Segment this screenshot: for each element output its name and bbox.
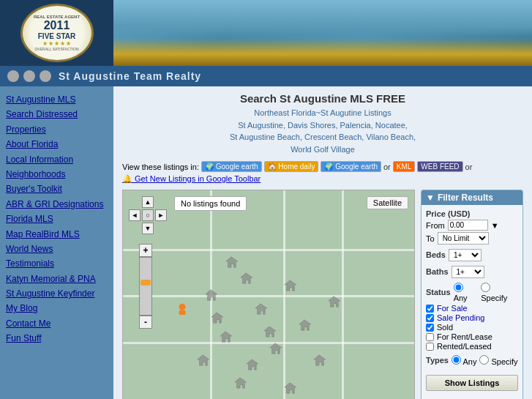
map-nav-up[interactable]: ▲ bbox=[142, 196, 154, 208]
zoom-handle[interactable] bbox=[141, 280, 151, 286]
price-to-select[interactable]: No Limit bbox=[438, 232, 489, 245]
web-feed-icon[interactable]: WEB FEED bbox=[417, 161, 462, 172]
sidebar-item-buyers-toolkit[interactable]: Buyer's Toolkit bbox=[6, 182, 108, 196]
sidebar-item-world-news[interactable]: World News bbox=[6, 242, 108, 256]
road bbox=[123, 249, 414, 251]
content-area: Search St Augustine MLS FREE Northeast F… bbox=[113, 86, 532, 399]
price-from-input[interactable] bbox=[448, 220, 488, 231]
map-pin[interactable] bbox=[196, 354, 209, 367]
no-listings-tooltip: No listings found bbox=[174, 196, 247, 211]
sidebar-item-abr-gri[interactable]: ABR & GRI Designations bbox=[6, 197, 108, 212]
map-pin[interactable] bbox=[245, 358, 258, 371]
types-any-label[interactable]: Any bbox=[452, 355, 476, 366]
status-any-label[interactable]: Any bbox=[454, 283, 479, 302]
google-earth-icon[interactable]: 🌍 Google earth bbox=[201, 161, 262, 172]
status-rented: Rented/Leased bbox=[426, 342, 518, 351]
status-specify-label[interactable]: Specify bbox=[481, 283, 518, 302]
get-new-listings-link[interactable]: 🔔 Get New Listings in Google Toolbar bbox=[122, 174, 261, 184]
map-pin[interactable] bbox=[269, 342, 282, 355]
sidebar-item-map-realbird[interactable]: Map RealBird MLS bbox=[6, 227, 108, 242]
baths-label: Baths bbox=[426, 267, 449, 276]
header-banner bbox=[113, 0, 532, 66]
status-specify-radio[interactable] bbox=[481, 283, 490, 292]
sidebar-item-florida-mls[interactable]: Florida MLS bbox=[6, 212, 108, 226]
or-text-2: or bbox=[465, 163, 473, 171]
map-nav-center[interactable]: ○ bbox=[142, 209, 154, 221]
search-subtitle: Northeast Florida~St Augutine Listings S… bbox=[122, 107, 523, 155]
for-rent-checkbox[interactable] bbox=[426, 333, 434, 341]
map-pin[interactable] bbox=[204, 288, 217, 302]
sidebar-item-search-distressed[interactable]: Search Distressed Properties bbox=[6, 107, 108, 137]
sidebar-item-fun-stuff[interactable]: Fun Stuff bbox=[6, 331, 108, 346]
sale-pending-checkbox[interactable] bbox=[426, 314, 434, 322]
map-pin[interactable] bbox=[312, 354, 326, 367]
to-label: To bbox=[426, 234, 435, 243]
view-bar-label: View these listings in: bbox=[122, 163, 199, 171]
map-pin[interactable] bbox=[210, 311, 223, 324]
map-pin[interactable] bbox=[219, 330, 232, 343]
map-pin[interactable] bbox=[298, 318, 311, 332]
circle-2 bbox=[23, 70, 35, 82]
filter-title: ▼ Filter Results bbox=[422, 190, 522, 205]
map-nav-down[interactable]: ▼ bbox=[142, 223, 154, 234]
zoom-slider[interactable] bbox=[139, 257, 152, 316]
map-pin[interactable] bbox=[239, 272, 252, 285]
sidebar-item-testimonials[interactable]: Testimonials bbox=[6, 256, 108, 271]
status-for-sale: For Sale bbox=[426, 304, 518, 313]
sidebar-item-local-info[interactable]: Local Information bbox=[6, 152, 108, 167]
kml-icon[interactable]: KML bbox=[393, 161, 416, 172]
logo-badge: REAL ESTATE AGENT 2011 FIVE STAR ★★★★★ O… bbox=[20, 4, 94, 62]
show-listings-button[interactable]: Show Listings bbox=[426, 375, 518, 391]
map-person-marker[interactable] bbox=[176, 302, 189, 316]
map-container[interactable]: No listings found Satellite ▲ ▼ ◄ ► ○ bbox=[122, 190, 415, 399]
sold-checkbox[interactable] bbox=[426, 324, 434, 332]
sidebar-item-about-florida[interactable]: About Florida bbox=[6, 137, 108, 152]
price-to-row: To No Limit bbox=[426, 232, 518, 245]
status-any-radio[interactable] bbox=[454, 283, 463, 292]
search-title: Search St Augustine MLS FREE bbox=[122, 92, 523, 105]
types-any-radio[interactable] bbox=[452, 355, 461, 365]
sidebar-item-neighborhoods[interactable]: Neighborhoods bbox=[6, 167, 108, 182]
baths-select[interactable]: 1+2+3+ bbox=[452, 266, 484, 278]
map-pin[interactable] bbox=[327, 295, 340, 308]
types-row: Types Any Specify bbox=[426, 355, 518, 366]
logo-stars: ★★★★★ bbox=[42, 40, 72, 47]
beds-select[interactable]: 1+2+3+4+ bbox=[449, 249, 482, 261]
view-bar: View these listings in: 🌍 Google earth 🏠… bbox=[113, 158, 532, 187]
map-pin[interactable] bbox=[283, 381, 296, 395]
filter-panel: ▼ Filter Results Price (USD) From ▼ To bbox=[421, 190, 523, 399]
svg-point-0 bbox=[179, 303, 185, 310]
types-specify-radio[interactable] bbox=[479, 355, 489, 365]
zoom-in-button[interactable]: + bbox=[139, 244, 152, 257]
sidebar-item-katyn[interactable]: Katyn Memorial & PNA bbox=[6, 272, 108, 286]
google-earth-2-icon[interactable]: 🌍 Google earth bbox=[321, 161, 381, 172]
map-nav-right[interactable]: ► bbox=[155, 209, 167, 221]
for-sale-label: For Sale bbox=[437, 304, 468, 313]
sidebar-item-st-augustine-mls[interactable]: St Augustine MLS bbox=[6, 92, 108, 107]
beds-section: Beds 1+2+3+4+ bbox=[426, 249, 518, 261]
zoom-out-button[interactable]: - bbox=[139, 316, 152, 329]
sidebar-item-my-blog[interactable]: My Blog bbox=[6, 301, 108, 316]
types-specify-label[interactable]: Specify bbox=[479, 355, 517, 366]
sidebar-item-keyfinder[interactable]: St Augustine Keyfinder bbox=[6, 286, 108, 301]
rented-label: Rented/Leased bbox=[437, 342, 492, 351]
map-pin[interactable] bbox=[283, 279, 296, 292]
from-dropdown-icon[interactable]: ▼ bbox=[491, 221, 499, 230]
sidebar-item-contact[interactable]: Contact Me bbox=[6, 316, 108, 331]
map-navigation: ▲ ▼ ◄ ► ○ + - bbox=[129, 196, 167, 234]
map-pin[interactable] bbox=[254, 302, 267, 316]
svg-rect-1 bbox=[179, 310, 185, 314]
map-pin[interactable] bbox=[225, 256, 238, 269]
rented-checkbox[interactable] bbox=[426, 343, 434, 351]
map-pin[interactable] bbox=[263, 325, 276, 338]
map-nav-cross: ▲ ▼ ◄ ► ○ bbox=[129, 196, 167, 234]
map-pin[interactable] bbox=[233, 376, 247, 389]
home-daily-icon[interactable]: 🏠 Home daily bbox=[264, 161, 319, 172]
main-content: St Augustine MLS Search Distressed Prope… bbox=[0, 86, 532, 399]
logo-year: 2011 bbox=[44, 19, 70, 32]
circle-3 bbox=[40, 70, 51, 82]
map-nav-left[interactable]: ◄ bbox=[129, 209, 141, 221]
satellite-button[interactable]: Satellite bbox=[367, 196, 408, 209]
subheader-title: St Augustine Team Realty bbox=[59, 70, 201, 82]
for-sale-checkbox[interactable] bbox=[426, 305, 434, 313]
